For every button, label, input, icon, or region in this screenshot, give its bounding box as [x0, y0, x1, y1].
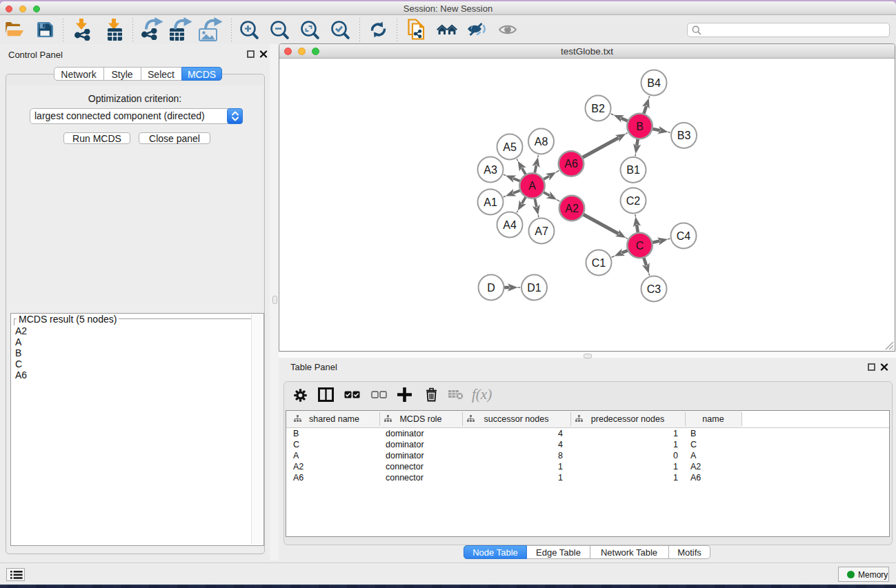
svg-text:A5: A5 [503, 141, 517, 153]
svg-text:A8: A8 [535, 136, 548, 148]
svg-text:B4: B4 [647, 77, 661, 89]
svg-text:D: D [487, 282, 495, 294]
svg-text:A1: A1 [484, 196, 497, 208]
svg-text:C3: C3 [647, 283, 661, 295]
svg-text:C2: C2 [626, 195, 641, 207]
svg-text:A3: A3 [484, 164, 497, 176]
svg-text:B: B [636, 121, 644, 132]
svg-text:B3: B3 [677, 130, 691, 141]
svg-text:A2: A2 [565, 203, 579, 214]
svg-text:A6: A6 [564, 158, 578, 170]
svg-text:C1: C1 [592, 257, 606, 269]
svg-text:A7: A7 [535, 225, 548, 237]
svg-text:A: A [528, 180, 536, 192]
svg-text:B1: B1 [626, 164, 640, 176]
svg-text:A4: A4 [503, 219, 517, 231]
svg-text:C4: C4 [677, 230, 691, 242]
svg-text:B2: B2 [591, 103, 605, 114]
svg-text:D1: D1 [527, 282, 541, 294]
svg-text:C: C [636, 240, 644, 252]
